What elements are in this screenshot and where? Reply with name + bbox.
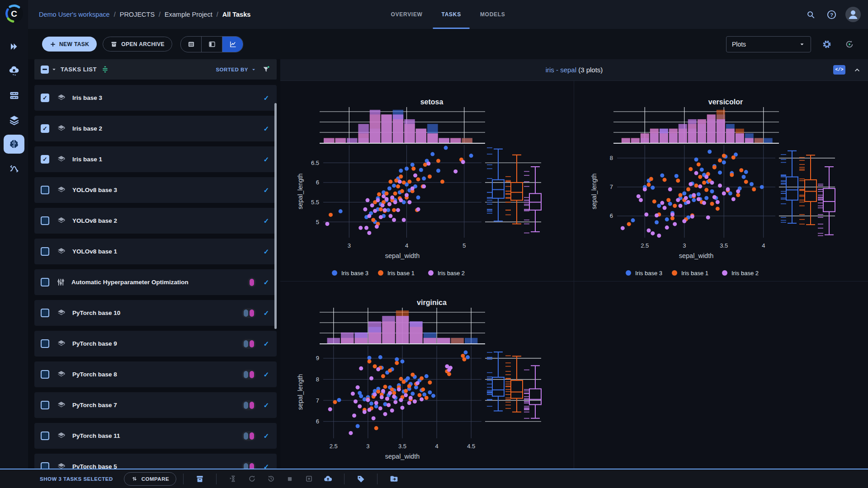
filter-funnel-icon[interactable] xyxy=(262,65,270,74)
task-row[interactable]: ✓ PyTorch base 7 ✓ xyxy=(34,392,277,418)
settings-gear-icon[interactable] xyxy=(820,38,834,51)
plot-canvas-setosa[interactable]: setosa55.566.5345sepal_lengthsepal_width… xyxy=(287,81,567,281)
add-tag-action-icon[interactable] xyxy=(351,474,370,483)
task-name: YOLOv8 base 3 xyxy=(72,187,117,193)
svg-text:2.5: 2.5 xyxy=(329,443,337,450)
svg-text:5.5: 5.5 xyxy=(311,199,319,206)
compare-button[interactable]: COMPARE xyxy=(124,472,176,486)
compare-icon xyxy=(131,475,138,482)
getting-started-icon[interactable] xyxy=(4,37,24,56)
new-task-button[interactable]: NEW TASK xyxy=(42,37,97,52)
task-checkbox[interactable]: ✓ xyxy=(41,247,49,256)
sorted-by-dropdown[interactable]: SORTED BY xyxy=(216,67,256,72)
task-checkbox[interactable]: ✓ xyxy=(41,339,49,348)
plot-group-actions: </> xyxy=(833,65,868,75)
tasks-list-scrollbar[interactable] xyxy=(274,103,277,329)
reorder-icon[interactable] xyxy=(101,66,109,73)
clearml-logo[interactable]: C xyxy=(4,4,24,23)
task-checkbox[interactable]: ✓ xyxy=(41,186,49,194)
auto-refresh-icon[interactable] xyxy=(843,38,856,51)
model-serving-icon[interactable] xyxy=(4,61,24,80)
enqueue-action-icon[interactable] xyxy=(223,474,242,483)
task-tags xyxy=(242,400,256,410)
task-row[interactable]: ✓ Iris base 1 ✓ xyxy=(34,146,277,172)
plot-canvas-versicolor[interactable]: versicolor6782.533.54sepal_lengthsepal_w… xyxy=(581,81,861,281)
task-row[interactable]: ✓ Automatic Hyperparameter Optimization … xyxy=(34,269,277,295)
svg-text:2.5: 2.5 xyxy=(641,242,649,249)
table-view-toggle[interactable] xyxy=(181,37,201,52)
task-checkbox[interactable]: ✓ xyxy=(41,432,49,440)
open-archive-button[interactable]: OPEN ARCHIVE xyxy=(103,37,172,52)
task-checkbox[interactable]: ✓ xyxy=(41,94,49,102)
task-name: PyTorch base 5 xyxy=(72,463,117,469)
tasks-selected-label[interactable]: SHOW 3 TASKS SELECTED xyxy=(40,476,113,482)
projects-brain-icon[interactable] xyxy=(4,135,24,154)
task-row[interactable]: ✓ PyTorch base 5 ✓ xyxy=(34,454,277,469)
svg-text:sepal_length: sepal_length xyxy=(297,374,304,410)
pipelines-icon[interactable] xyxy=(4,159,24,178)
task-status-check-icon: ✓ xyxy=(262,401,270,409)
publish-action-icon[interactable] xyxy=(318,474,337,483)
divider xyxy=(344,474,344,484)
workers-queues-icon[interactable] xyxy=(4,86,24,105)
svg-text:4.5: 4.5 xyxy=(467,443,475,450)
task-checkbox[interactable]: ✓ xyxy=(41,370,49,379)
task-checkbox[interactable]: ✓ xyxy=(41,309,49,317)
embed-code-icon[interactable]: </> xyxy=(833,65,845,75)
task-row[interactable]: ✓ YOLOv8 base 2 ✓ xyxy=(34,208,277,234)
task-row[interactable]: ✓ YOLOv8 base 3 ✓ xyxy=(34,177,277,203)
task-checkbox[interactable]: ✓ xyxy=(41,278,49,286)
task-row[interactable]: ✓ PyTorch base 8 ✓ xyxy=(34,361,277,387)
task-checkbox[interactable]: ✓ xyxy=(41,124,49,133)
task-checkbox[interactable]: ✓ xyxy=(41,216,49,225)
plot-canvas-virginica[interactable]: virginica67892.533.544.5sepal_lengthsepa… xyxy=(287,282,567,469)
split-view-toggle[interactable] xyxy=(201,37,222,52)
svg-text:?: ? xyxy=(830,12,833,17)
svg-text:8: 8 xyxy=(316,376,319,383)
svg-text:8: 8 xyxy=(610,155,613,161)
retry-action-icon[interactable] xyxy=(242,474,261,483)
task-checkbox[interactable]: ✓ xyxy=(41,462,49,469)
task-row[interactable]: ✓ PyTorch base 10 ✓ xyxy=(34,300,277,326)
plot-group-name: iris - sepal xyxy=(546,66,576,74)
divider xyxy=(183,474,184,484)
select-all-caret-icon[interactable] xyxy=(51,66,57,72)
move-to-project-action-icon[interactable] xyxy=(384,474,403,483)
task-checkbox[interactable]: ✓ xyxy=(41,401,49,409)
task-row[interactable]: ✓ PyTorch base 9 ✓ xyxy=(34,331,277,357)
svg-text:3.5: 3.5 xyxy=(720,242,728,249)
dropdown-value: Plots xyxy=(732,41,746,48)
collapse-chevron-up-icon[interactable] xyxy=(854,66,861,74)
task-row[interactable]: ✓ PyTorch base 11 ✓ xyxy=(34,423,277,449)
task-status-check-icon: ✓ xyxy=(262,340,270,348)
task-tags xyxy=(242,431,256,441)
divider xyxy=(377,474,377,484)
svg-text:3: 3 xyxy=(683,242,686,249)
abort-all-children-action-icon[interactable] xyxy=(299,474,318,483)
search-icon[interactable] xyxy=(804,8,817,21)
tab-overview[interactable]: OVERVIEW xyxy=(382,0,432,29)
help-icon[interactable]: ? xyxy=(825,8,838,21)
task-row[interactable]: ✓ Iris base 2 ✓ xyxy=(34,116,277,141)
breadcrumb-project[interactable]: Example Project xyxy=(165,11,212,18)
reset-history-action-icon[interactable] xyxy=(261,474,280,483)
user-avatar[interactable] xyxy=(845,7,861,22)
task-tags xyxy=(248,277,256,287)
datasets-icon[interactable] xyxy=(4,110,24,129)
abort-action-icon[interactable] xyxy=(280,475,299,483)
svg-text:3.5: 3.5 xyxy=(398,443,406,450)
details-view-toggle[interactable] xyxy=(222,37,243,52)
tab-models[interactable]: MODELS xyxy=(471,0,515,29)
select-all-checkbox[interactable] xyxy=(41,66,49,74)
task-checkbox[interactable]: ✓ xyxy=(41,155,49,164)
breadcrumb-projects-root[interactable]: PROJECTS xyxy=(120,11,155,18)
breadcrumb-workspace[interactable]: Demo User's workspace xyxy=(39,11,110,18)
tab-tasks[interactable]: TASKS xyxy=(432,0,471,29)
task-tags xyxy=(242,308,256,318)
task-row[interactable]: ✓ YOLOv8 base 1 ✓ xyxy=(34,239,277,264)
archive-action-icon[interactable] xyxy=(190,474,209,483)
metric-view-dropdown[interactable]: Plots xyxy=(726,36,811,52)
task-name: Automatic Hyperparameter Optimization xyxy=(71,279,189,286)
task-row[interactable]: ✓ Iris base 3 ✓ xyxy=(34,85,277,111)
svg-text:sepal_width: sepal_width xyxy=(385,252,420,259)
